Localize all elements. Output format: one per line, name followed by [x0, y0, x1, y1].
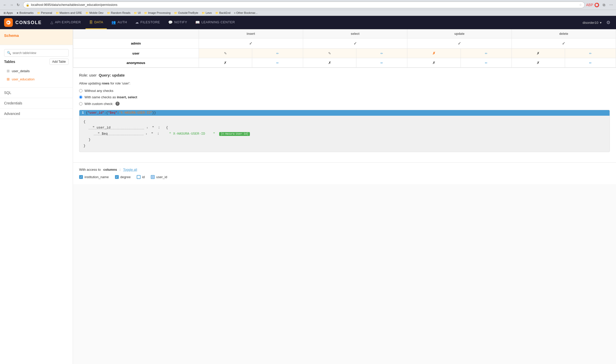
toggle-all-link[interactable]: Toggle all — [123, 168, 137, 172]
code-val-str: " X-HASURA-USER-ID " — [167, 132, 215, 136]
bookmark-personal-label: Personal — [41, 11, 52, 14]
user-menu[interactable]: disorder10 ▾ — [583, 21, 602, 25]
table-user-details-label: user_details — [12, 69, 30, 73]
columns-grid: institution_name degree id user_id — [79, 175, 610, 179]
allow-suffix: for role 'user': — [110, 81, 131, 85]
extensions-icon[interactable]: ⧉ — [601, 2, 607, 8]
radio-custom-check-input[interactable] — [79, 102, 82, 105]
filestore-icon: ☁ — [135, 20, 139, 24]
bookmark-levo[interactable]: 📁 Levo — [200, 11, 213, 15]
anon-update-cell: ✗ — [407, 58, 461, 68]
hasura-logo-icon — [4, 18, 13, 27]
anon-delete-edit[interactable]: ✏ — [565, 58, 616, 68]
user-update-edit-cell[interactable]: ✏ — [461, 49, 512, 58]
radio-same-check[interactable]: With same checks as insert, select — [79, 95, 610, 99]
anon-insert-cell: ✗ — [199, 58, 252, 68]
sql-label: SQL — [4, 91, 11, 95]
bookmark-apps[interactable]: ⊞ Apps — [2, 11, 14, 15]
table-item-user-details[interactable]: ⊞ user_details — [4, 67, 69, 75]
radio-no-check-input[interactable] — [79, 89, 82, 92]
user-delete-edit-cell[interactable]: ✏ — [565, 49, 616, 58]
user-update-edit-icon[interactable]: ✏ — [485, 52, 487, 55]
abp-icon[interactable]: ABP — [587, 2, 592, 8]
nav-auth[interactable]: 👥 AUTH — [108, 16, 131, 29]
nav-notify[interactable]: 💬 NOTIFY — [165, 16, 191, 29]
notify-icon: 💬 — [168, 20, 173, 24]
radio-group: Without any checks With same checks as i… — [79, 89, 610, 106]
table-item-user-education[interactable]: ⊞ user_education — [4, 75, 69, 83]
anon-delete-edit-icon[interactable]: ✏ — [589, 61, 592, 65]
anon-update-edit[interactable]: ✏ — [461, 58, 512, 68]
address-bar[interactable]: 🔒 ☆ — [23, 2, 585, 8]
col-checkbox-institution[interactable] — [79, 175, 83, 179]
code-line-op: " $eq ⇕ " : " X-HASURA-USER-ID " [X-Hasu… — [94, 131, 606, 137]
anon-select-edit-icon[interactable]: ✏ — [380, 61, 383, 65]
nav-data[interactable]: 🗄 DATA — [86, 16, 107, 29]
pencil-select-icon[interactable]: ✎ — [328, 51, 331, 55]
col-checkbox-degree[interactable] — [115, 175, 119, 179]
sidebar-item-sql[interactable]: SQL — [0, 88, 73, 98]
bookmark-random[interactable]: 📁 Random Reads — [105, 11, 132, 15]
allow-text: Allow updating rows for role 'user': — [79, 81, 610, 85]
radio-custom-check[interactable]: With custom check: ? — [79, 102, 610, 106]
radio-same-check-input[interactable] — [79, 95, 82, 99]
nav-filestore[interactable]: ☁ FILESTORE — [132, 16, 164, 29]
star-bookmark-icon: ★ — [16, 12, 19, 14]
bookmark-other[interactable]: » Other Bookmar... — [232, 11, 259, 15]
user-select-edit-cell[interactable]: ✏ — [356, 49, 407, 58]
url-input[interactable] — [31, 3, 578, 7]
bookmark-masters[interactable]: 📁 Masters and GRE — [54, 11, 83, 15]
app-logo[interactable]: CONSOLE — [4, 18, 42, 27]
back-button[interactable]: ← — [2, 2, 8, 8]
star-icon[interactable]: ☆ — [579, 3, 582, 7]
search-box[interactable]: 🔍 — [4, 49, 69, 57]
col-id-name: id — [142, 175, 145, 179]
bookmark-mobile[interactable]: 📁 Mobile Dev — [84, 11, 105, 15]
sidebar-item-advanced[interactable]: Advanced — [0, 109, 73, 119]
search-input[interactable] — [13, 51, 66, 55]
pencil-icon[interactable]: ✎ — [224, 51, 227, 55]
folder-other-icon: » — [234, 12, 236, 14]
radio-no-check-label: Without any checks — [84, 89, 113, 93]
apps-grid-icon: ⊞ — [4, 12, 6, 14]
nav-api-explorer[interactable]: △ API EXPLORER — [47, 16, 84, 29]
dropdown-arrow-2[interactable]: ⇕ — [146, 133, 147, 135]
forward-button[interactable]: → — [9, 2, 14, 8]
anon-select-edit[interactable]: ✏ — [356, 58, 407, 68]
help-icon[interactable]: ? — [115, 102, 120, 106]
opera-icon[interactable]: ⭕ — [594, 2, 600, 8]
bookmark-backend[interactable]: 📁 BackEnd — [214, 11, 232, 15]
user-select-edit-icon[interactable]: ✏ — [380, 52, 383, 55]
user-delete-edit-icon[interactable]: ✏ — [589, 52, 592, 55]
bookmark-ui[interactable]: 📁 UI — [132, 11, 142, 15]
more-icon[interactable]: ⋯ — [608, 2, 614, 8]
settings-button[interactable]: ⚙ — [605, 19, 612, 26]
user-insert-edit-cell[interactable]: ✏ — [252, 49, 303, 58]
dropdown-arrow-1[interactable]: ⇕ — [146, 126, 148, 129]
col-checkbox-user-id[interactable] — [151, 175, 155, 179]
folder-personal-icon: 📁 — [37, 12, 40, 14]
user-insert-edit-icon[interactable]: ✏ — [276, 52, 279, 55]
anon-insert-edit-icon[interactable]: ✏ — [276, 61, 279, 65]
bookmark-bookmarks[interactable]: ★ Bookmarks — [15, 11, 35, 15]
x-update-icon[interactable]: ✗ — [432, 51, 436, 55]
folder-masters-icon: 📁 — [56, 12, 59, 14]
permissions-table-wrapper: insert select update delete admin ✓ — [73, 29, 616, 68]
col-checkbox-id[interactable] — [137, 175, 141, 179]
bookmark-mobile-label: Mobile Dev — [89, 11, 103, 14]
bookmark-image[interactable]: 📁 Image Processing — [143, 11, 172, 15]
add-table-button[interactable]: Add Table — [49, 59, 69, 65]
radio-no-check[interactable]: Without any checks — [79, 89, 610, 93]
admin-delete-check: ✓ — [562, 41, 565, 46]
code-body: { " user_id ⇕ " : { " $eq ⇕ " : " — [79, 116, 610, 152]
anon-insert-edit[interactable]: ✏ — [252, 58, 303, 68]
nav-learning-center[interactable]: 📖 LEARNING CENTER — [192, 16, 239, 29]
reload-button[interactable]: ↻ — [15, 2, 21, 8]
bookmark-outside[interactable]: 📁 OutsideTheByte — [173, 11, 200, 15]
anon-update-edit-icon[interactable]: ✏ — [485, 61, 487, 65]
sidebar-item-credentials[interactable]: Credentials — [0, 98, 73, 109]
nav-filestore-label: FILESTORE — [141, 20, 160, 24]
bookmark-personal[interactable]: 📁 Personal — [36, 11, 54, 15]
app-header: CONSOLE △ API EXPLORER 🗄 DATA 👥 AUTH ☁ F… — [0, 16, 616, 29]
bookmark-random-label: Random Reads — [111, 11, 130, 14]
